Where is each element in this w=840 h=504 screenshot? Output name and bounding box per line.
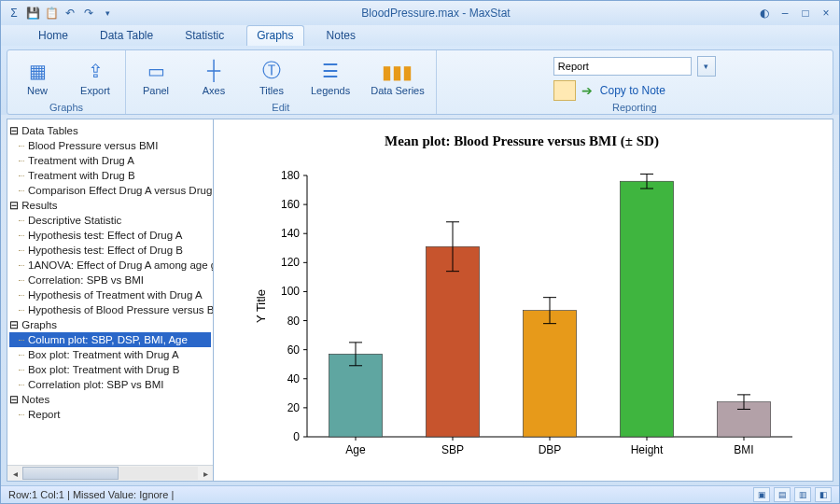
titles-icon: Ⓣ <box>259 59 285 83</box>
titlebar: Σ 💾 📋 ↶ ↷ ▾ BloodPressure.max - MaxStat … <box>1 1 839 25</box>
app-icon: Σ <box>7 6 21 21</box>
data-series-icon: ▮▮▮ <box>385 60 411 84</box>
ribbon-group-graphs: ▦New ⇪Export Graphs <box>7 50 126 114</box>
tree-item[interactable]: Descriptive Statistic <box>9 213 211 228</box>
tree-item[interactable]: Correlation: SPB vs BMI <box>9 273 211 287</box>
data-series-button[interactable]: ▮▮▮Data Series <box>367 58 427 97</box>
svg-text:DBP: DBP <box>539 443 562 456</box>
copy-to-note-button[interactable]: ➔ Copy to Note <box>553 80 716 101</box>
ribbon: ▦New ⇪Export Graphs ▭Panel ┼Axes ⓉTitles… <box>1 46 839 115</box>
tree-item[interactable]: Report <box>9 407 211 422</box>
save-icon[interactable]: 💾 <box>25 6 40 21</box>
status-left: Row:1 Col:1 | Missed Value: Ignore | <box>8 489 174 500</box>
scroll-right-icon[interactable]: ▸ <box>198 469 213 479</box>
tree-item[interactable]: 1ANOVA: Effect of Drug A among age group… <box>9 258 211 273</box>
svg-text:Height: Height <box>631 443 664 456</box>
tab-notes[interactable]: Notes <box>317 26 365 46</box>
app-window: Σ 💾 📋 ↶ ↷ ▾ BloodPressure.max - MaxStat … <box>0 0 840 504</box>
copy-icon[interactable]: 📋 <box>44 6 59 21</box>
ribbon-group-label: Edit <box>133 102 428 114</box>
window-title: BloodPressure.max - MaxStat <box>115 7 757 20</box>
redo-icon[interactable]: ↷ <box>81 6 96 21</box>
status-btn-4[interactable]: ◧ <box>815 487 832 502</box>
svg-text:40: 40 <box>287 372 301 385</box>
tree-item[interactable]: Treatment with Drug A <box>9 153 211 168</box>
tab-data-table[interactable]: Data Table <box>91 26 162 46</box>
svg-rect-24 <box>329 354 382 437</box>
note-icon <box>553 80 576 101</box>
copy-to-note-label: Copy to Note <box>600 84 665 97</box>
svg-text:SBP: SBP <box>441 443 464 456</box>
tree-group-head[interactable]: Results <box>9 198 211 213</box>
svg-text:120: 120 <box>281 256 300 269</box>
axes-icon: ┼ <box>201 59 227 83</box>
tree-item[interactable]: Hypothesis of Blood Pressure versus BMI <box>9 302 211 317</box>
legends-button[interactable]: ☰Legends <box>307 57 354 98</box>
export-button[interactable]: ⇪Export <box>73 57 118 98</box>
panel-icon: ▭ <box>143 59 169 83</box>
status-btn-3[interactable]: ▥ <box>794 487 811 502</box>
tree-group-head[interactable]: Data Tables <box>9 123 211 138</box>
tree-item[interactable]: Hypothesis of Treatment with Drug A <box>9 287 211 302</box>
svg-text:Mean plot: Blood Pressure vers: Mean plot: Blood Pressure versus BMI (± … <box>385 133 659 149</box>
minimize-icon[interactable]: – <box>777 6 792 21</box>
tree-item[interactable]: Column plot: SBP, DSP, BMI, Age <box>9 332 211 347</box>
report-select[interactable] <box>553 57 692 76</box>
svg-text:80: 80 <box>287 315 301 328</box>
svg-text:0: 0 <box>293 430 300 443</box>
menubar: Home Data Table Statistic Graphs Notes <box>1 25 839 46</box>
arrow-icon: ➔ <box>581 83 593 98</box>
tab-statistic[interactable]: Statistic <box>175 26 233 46</box>
tree-item[interactable]: Comparison Effect Drug A versus Drug B <box>9 183 211 198</box>
svg-text:Y Title: Y Title <box>254 289 268 323</box>
panel-button[interactable]: ▭Panel <box>133 57 178 98</box>
close-icon[interactable]: × <box>819 6 833 21</box>
ribbon-group-edit: ▭Panel ┼Axes ⓉTitles ☰Legends ▮▮▮Data Se… <box>126 50 437 114</box>
status-right: ▣ ▤ ▥ ◧ <box>753 487 832 502</box>
ribbon-group-label: Reporting <box>444 102 825 114</box>
svg-text:20: 20 <box>287 401 301 414</box>
project-tree-panel: Data TablesBlood Pressure versus BMITrea… <box>7 119 214 481</box>
scroll-track[interactable] <box>22 467 198 480</box>
quick-access-toolbar: Σ 💾 📋 ↶ ↷ ▾ <box>7 6 115 21</box>
ribbon-group-label: Graphs <box>15 102 118 114</box>
svg-text:60: 60 <box>287 343 301 357</box>
help-icon[interactable]: ◐ <box>757 6 772 21</box>
chart-svg: Mean plot: Blood Pressure versus BMI (± … <box>214 119 830 481</box>
axes-button[interactable]: ┼Axes <box>191 57 236 98</box>
new-button[interactable]: ▦New <box>15 57 60 98</box>
svg-text:180: 180 <box>281 169 300 182</box>
tree-item[interactable]: Treatment with Drug B <box>9 168 211 183</box>
scroll-left-icon[interactable]: ◂ <box>7 469 22 479</box>
scroll-thumb[interactable] <box>22 467 119 480</box>
maximize-icon[interactable]: □ <box>798 6 813 21</box>
chart-pane: Mean plot: Blood Pressure versus BMI (± … <box>214 119 833 481</box>
tree-group-head[interactable]: Graphs <box>9 317 211 332</box>
tab-home[interactable]: Home <box>29 26 77 46</box>
ribbon-group-reporting: ▾ ➔ Copy to Note Reporting <box>437 50 833 114</box>
workspace: Data TablesBlood Pressure versus BMITrea… <box>7 119 833 482</box>
titles-button[interactable]: ⓉTitles <box>249 57 294 98</box>
status-btn-2[interactable]: ▤ <box>774 487 791 502</box>
export-icon: ⇪ <box>82 59 108 83</box>
tree-item[interactable]: Hypothesis test: Effect of Drug B <box>9 243 211 258</box>
undo-icon[interactable]: ↶ <box>63 6 77 21</box>
svg-rect-36 <box>523 311 576 437</box>
tree-hscrollbar[interactable]: ◂ ▸ <box>7 465 213 481</box>
tab-graphs[interactable]: Graphs <box>246 25 303 46</box>
tree-item[interactable]: Box plot: Treatment with Drug B <box>9 362 211 377</box>
tree-item[interactable]: Hypothesis test: Effect of Drug A <box>9 228 211 243</box>
report-dropdown-icon[interactable]: ▾ <box>697 56 716 77</box>
project-tree[interactable]: Data TablesBlood Pressure versus BMITrea… <box>7 119 213 465</box>
status-btn-1[interactable]: ▣ <box>753 487 770 502</box>
qat-dropdown-icon[interactable]: ▾ <box>100 6 115 21</box>
svg-text:BMI: BMI <box>734 443 753 456</box>
tree-item[interactable]: Blood Pressure versus BMI <box>9 138 211 153</box>
statusbar: Row:1 Col:1 | Missed Value: Ignore | ▣ ▤… <box>1 485 839 503</box>
tree-item[interactable]: Box plot: Treatment with Drug A <box>9 347 211 362</box>
tree-item[interactable]: Correlation plot: SBP vs BMI <box>9 377 211 392</box>
tree-group-head[interactable]: Notes <box>9 392 211 407</box>
svg-text:Age: Age <box>345 443 366 456</box>
svg-rect-42 <box>620 181 673 437</box>
svg-text:160: 160 <box>281 198 300 211</box>
